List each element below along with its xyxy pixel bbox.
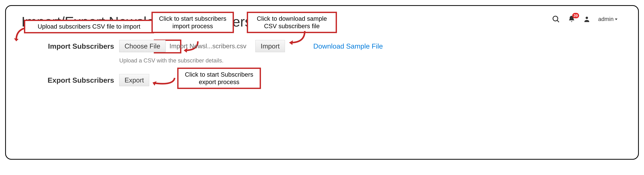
arrow-export	[148, 74, 177, 88]
page-frame: Import/Export Newsletter Subscribers 39	[5, 5, 639, 160]
notification-badge: 39	[572, 13, 579, 18]
callout-upload: Upload subscribers CSV file to import	[24, 20, 154, 33]
search-icon[interactable]	[552, 15, 560, 23]
account-menu[interactable]: admin	[598, 16, 618, 22]
import-label: Import Subscribers	[22, 42, 114, 50]
callout-import: Click to start subscribers import proces…	[152, 12, 234, 33]
download-sample-link[interactable]: Download Sample File	[313, 42, 383, 50]
svg-point-0	[553, 16, 558, 21]
export-label: Export Subscribers	[22, 76, 114, 84]
svg-line-1	[557, 20, 559, 22]
svg-point-2	[586, 16, 588, 19]
selected-filename: Import Newsl...scribers.csv	[169, 42, 246, 50]
form-area: Upload subscribers CSV file to import Cl…	[22, 34, 622, 86]
notification-bell-icon[interactable]: 39	[568, 15, 576, 23]
import-row: Import Subscribers Choose File Import Ne…	[119, 40, 622, 52]
account-icon[interactable]	[583, 16, 590, 23]
import-hint: Upload a CSV with the subscriber details…	[119, 57, 622, 64]
choose-file-button[interactable]: Choose File	[119, 40, 166, 52]
account-name: admin	[598, 16, 614, 22]
caret-down-icon	[615, 18, 618, 20]
import-button[interactable]: Import	[256, 40, 285, 52]
export-controls: Export Click to start Subscribers export…	[119, 74, 149, 86]
export-row: Export Subscribers Export Click to start…	[119, 74, 622, 86]
export-button[interactable]: Export	[119, 74, 149, 86]
import-controls: Choose File Import Newsl...scribers.csv …	[119, 40, 383, 52]
callout-export: Click to start Subscribers export proces…	[177, 68, 261, 89]
callout-download: Click to download sample CSV subscribers…	[247, 12, 337, 33]
header-actions: 39 admin	[552, 14, 622, 23]
